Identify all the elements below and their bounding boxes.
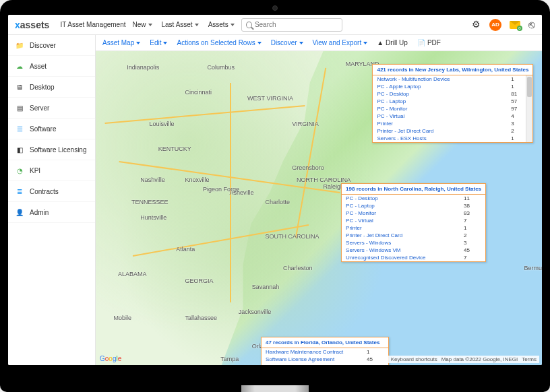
popup-row-value: 1 xyxy=(464,225,476,231)
popup-row-value: 1 xyxy=(511,84,523,90)
popup-row[interactable]: Software Support Contract1 xyxy=(262,363,388,365)
tb-asset-map[interactable]: Asset Map xyxy=(102,39,140,46)
popup-row[interactable]: Hardware Maintenance Contract1 xyxy=(262,348,388,356)
popup-row-value: 45 xyxy=(464,247,476,253)
nav-last-asset[interactable]: Last Asset xyxy=(162,21,199,28)
user-avatar[interactable]: AD xyxy=(489,19,501,31)
popup-row-label: PC - Virtual xyxy=(377,113,404,119)
scrollbar[interactable] xyxy=(526,75,532,142)
logo[interactable]: xassets xyxy=(15,20,49,30)
sidebar-item-label: Asset xyxy=(30,63,47,70)
popup-row[interactable]: Software License Agreement45 xyxy=(262,356,388,363)
tb-discover[interactable]: Discover xyxy=(271,39,303,46)
sidebar-item-label: Contracts xyxy=(30,188,59,195)
nav-last-asset-label: Last Asset xyxy=(162,21,193,28)
pdf-icon: 📄 xyxy=(417,39,425,46)
popup-row[interactable]: Printer1 xyxy=(342,224,485,232)
license-icon: ◧ xyxy=(15,145,24,154)
map-popup-nc[interactable]: 198 records in North Carolina, Raleigh, … xyxy=(341,183,486,262)
map-popup-nj[interactable]: 421 records in New Jersey Labs, Wilmingt… xyxy=(372,64,533,143)
popup-row-value: 1 xyxy=(511,76,523,82)
popup-row-value: 2 xyxy=(464,232,476,238)
sidebar-item-contracts[interactable]: ≣Contracts xyxy=(8,181,95,202)
popup-row[interactable]: PC - Monitor97 xyxy=(373,105,532,112)
scrollbar-thumb[interactable] xyxy=(527,77,532,97)
popup-row-value: 1 xyxy=(367,349,379,355)
popup-row-value: 81 xyxy=(511,91,523,97)
top-nav: New Last Asset Assets xyxy=(132,21,234,28)
search-input-wrap[interactable] xyxy=(241,18,342,32)
popup-row[interactable]: PC - Desktop81 xyxy=(373,90,532,98)
search-input[interactable] xyxy=(255,21,338,28)
tb-actions[interactable]: Actions on Selected Rows xyxy=(177,39,261,46)
tb-edit-label: Edit xyxy=(150,39,161,46)
popup-row-value: 57 xyxy=(511,98,523,104)
sidebar-item-asset[interactable]: ☁Asset xyxy=(8,56,95,77)
popup-row[interactable]: PC - Apple Laptop1 xyxy=(373,83,532,90)
desktop-icon: 🖥 xyxy=(15,82,24,92)
popup-row-value: 45 xyxy=(367,356,379,362)
sidebar-item-server[interactable]: ▤Server xyxy=(8,98,95,119)
tb-edit[interactable]: Edit xyxy=(150,39,167,46)
popup-row-value: 7 xyxy=(464,218,476,224)
popup-row[interactable]: PC - Laptop38 xyxy=(342,202,485,209)
popup-row[interactable]: Printer - Jet Direct Card2 xyxy=(373,127,532,135)
popup-row-value: 11 xyxy=(464,195,476,201)
gear-icon[interactable] xyxy=(472,20,481,30)
popup-row[interactable]: PC - Monitor83 xyxy=(342,209,485,217)
software-icon: ☰ xyxy=(15,124,24,133)
popup-body: PC - Desktop11PC - Laptop38PC - Monitor8… xyxy=(342,195,485,261)
popup-row[interactable]: Unrecognised Discovered Device7 xyxy=(342,254,485,261)
popup-row[interactable]: PC - Laptop57 xyxy=(373,98,532,105)
search-icon xyxy=(246,22,252,28)
nav-new-label: New xyxy=(132,21,146,28)
popup-row[interactable]: Servers - Windows VM45 xyxy=(342,247,485,254)
terms-link[interactable]: Terms xyxy=(522,356,537,362)
popup-row-label: Servers - Windows xyxy=(346,240,391,246)
sidebar-item-label: Software xyxy=(30,125,56,133)
nav-new[interactable]: New xyxy=(132,21,152,28)
mail-button[interactable]: 0 xyxy=(510,21,520,29)
popup-row-value: 3 xyxy=(464,240,476,246)
tb-actions-label: Actions on Selected Rows xyxy=(177,39,255,46)
popup-row[interactable]: PC - Virtual7 xyxy=(342,217,485,224)
nav-assets[interactable]: Assets xyxy=(208,21,235,28)
kpi-icon: ◔ xyxy=(15,166,24,175)
popup-row[interactable]: PC - Desktop11 xyxy=(342,195,485,202)
map[interactable]: IndianapolisColumbusCincinnatiLouisville… xyxy=(96,51,542,365)
popup-row-label: PC - Apple Laptop xyxy=(377,84,421,90)
tb-discover-label: Discover xyxy=(271,39,297,46)
tb-asset-map-label: Asset Map xyxy=(102,39,134,46)
popup-row-value: 3 xyxy=(511,121,523,127)
server-icon: ▤ xyxy=(15,103,24,112)
sidebar-item-software-licensing[interactable]: ◧Software Licensing xyxy=(8,139,95,160)
tb-drill-up[interactable]: ▲Drill Up xyxy=(377,39,408,46)
popup-row[interactable]: Servers - Windows3 xyxy=(342,239,485,247)
logout-icon[interactable]: ⎋ xyxy=(528,19,535,31)
popup-row[interactable]: Network - Multifunction Device1 xyxy=(373,75,532,83)
popup-row-label: Printer xyxy=(377,121,393,127)
admin-icon: 👤 xyxy=(15,207,24,217)
popup-row[interactable]: PC - Virtual4 xyxy=(373,112,532,120)
popup-row-label: PC - Monitor xyxy=(346,210,376,216)
chevron-down-icon xyxy=(148,24,152,26)
popup-row[interactable]: Servers - ESX Hosts1 xyxy=(373,135,532,142)
tb-pdf[interactable]: 📄PDF xyxy=(417,39,441,46)
sidebar-item-software[interactable]: ☰Software xyxy=(8,119,95,139)
popup-row-label: Printer - Jet Direct Card xyxy=(377,128,433,134)
popup-row-label: Unrecognised Discovered Device xyxy=(346,255,425,261)
sidebar-item-admin[interactable]: 👤Admin xyxy=(8,202,95,223)
tb-view-export[interactable]: View and Export xyxy=(313,39,368,46)
sidebar-item-kpi[interactable]: ◔KPI xyxy=(8,160,95,181)
map-popup-fl[interactable]: 47 records in Florida, Orlando, United S… xyxy=(261,337,389,365)
popup-row-value: 2 xyxy=(511,128,523,134)
map-footer: Keyboard shortcuts Map data ©2022 Google… xyxy=(388,356,539,363)
popup-row[interactable]: Printer - Jet Direct Card2 xyxy=(342,232,485,239)
popup-row[interactable]: Printer3 xyxy=(373,120,532,127)
popup-row-label: PC - Laptop xyxy=(377,98,406,104)
keyboard-shortcuts-link[interactable]: Keyboard shortcuts xyxy=(391,356,437,362)
toolbar: Asset Map Edit Actions on Selected Rows … xyxy=(96,35,542,51)
sidebar-item-discover[interactable]: 📁Discover xyxy=(8,35,95,56)
notification-badge: 0 xyxy=(517,26,522,31)
sidebar-item-desktop[interactable]: 🖥Desktop xyxy=(8,77,95,98)
